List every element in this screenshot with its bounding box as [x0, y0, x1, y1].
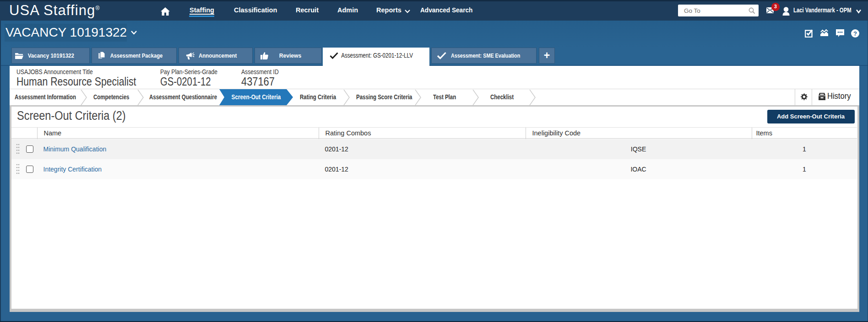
svg-text:?: ? — [853, 30, 857, 37]
